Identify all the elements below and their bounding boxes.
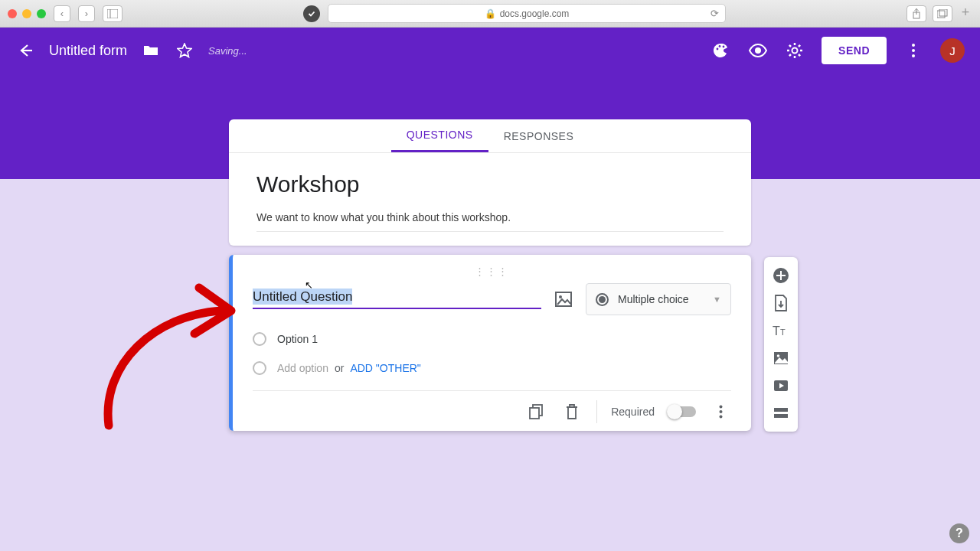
form-title[interactable]: Workshop xyxy=(256,171,724,197)
reader-view-icon[interactable] xyxy=(303,5,320,22)
doc-title[interactable]: Untitled form xyxy=(49,43,127,59)
tabs-icon xyxy=(937,9,948,18)
chevron-down-icon: ▼ xyxy=(713,295,721,304)
svg-rect-0 xyxy=(107,9,118,18)
svg-point-36 xyxy=(777,354,780,357)
more-menu-button[interactable] xyxy=(903,41,923,60)
gear-icon xyxy=(786,42,803,59)
customize-theme-button[interactable] xyxy=(711,41,731,60)
section-icon xyxy=(773,407,789,419)
add-other-button[interactable]: ADD "OTHER" xyxy=(350,362,420,374)
send-button[interactable]: SEND xyxy=(822,37,887,64)
window-controls xyxy=(8,9,46,18)
saving-indicator: Saving... xyxy=(208,45,247,57)
more-vert-icon xyxy=(911,43,916,58)
reload-icon[interactable]: ⟳ xyxy=(710,8,719,19)
svg-point-29 xyxy=(719,416,722,419)
svg-rect-39 xyxy=(774,414,788,418)
question-type-dropdown[interactable]: Multiple choice ▼ xyxy=(586,283,731,315)
plus-circle-icon xyxy=(773,267,789,284)
question-more-button[interactable] xyxy=(710,401,731,422)
svg-point-11 xyxy=(792,48,798,54)
form-tabs: QUESTIONS RESPONSES xyxy=(229,119,751,153)
add-video-button[interactable] xyxy=(764,372,798,399)
new-tab-button[interactable]: + xyxy=(959,7,972,21)
svg-text:T: T xyxy=(780,328,786,337)
share-button[interactable] xyxy=(906,5,926,22)
preview-button[interactable] xyxy=(748,41,768,60)
close-window-icon[interactable] xyxy=(8,9,17,18)
add-section-button[interactable] xyxy=(764,399,798,427)
help-button[interactable]: ? xyxy=(949,523,969,543)
svg-line-18 xyxy=(789,54,791,56)
eye-icon xyxy=(749,44,767,57)
form-header-card: QUESTIONS RESPONSES Workshop We want to … xyxy=(229,119,751,246)
option-row[interactable]: Option 1 xyxy=(253,332,731,346)
add-title-button[interactable]: TT xyxy=(764,317,798,344)
option-label[interactable]: Option 1 xyxy=(277,333,318,345)
delete-button[interactable] xyxy=(561,401,583,422)
tab-questions[interactable]: QUESTIONS xyxy=(391,119,488,152)
star-button[interactable] xyxy=(175,41,194,60)
radio-icon xyxy=(596,293,609,306)
arrow-left-icon xyxy=(17,42,34,59)
floating-toolbar: TT xyxy=(764,257,798,432)
tabs-button[interactable] xyxy=(933,5,952,22)
more-vert-icon xyxy=(719,405,723,419)
trash-icon xyxy=(565,404,579,419)
image-icon xyxy=(773,351,789,365)
svg-point-8 xyxy=(719,45,721,47)
add-image-button[interactable] xyxy=(554,289,573,309)
svg-line-16 xyxy=(789,45,791,47)
form-description[interactable]: We want to know what you think about thi… xyxy=(256,211,724,232)
lock-icon: 🔒 xyxy=(485,8,496,19)
duplicate-button[interactable] xyxy=(526,401,547,422)
add-option-button[interactable]: Add option xyxy=(277,362,328,374)
required-toggle[interactable] xyxy=(668,406,696,417)
svg-point-9 xyxy=(723,46,725,48)
move-to-folder-button[interactable] xyxy=(141,41,161,60)
drag-handle-icon[interactable]: ⋮⋮⋮ xyxy=(253,266,731,277)
text-icon: TT xyxy=(773,324,789,337)
palette-icon xyxy=(713,42,730,59)
radio-empty-icon xyxy=(253,332,266,346)
folder-icon xyxy=(143,44,158,57)
svg-point-22 xyxy=(912,54,915,57)
svg-line-19 xyxy=(799,45,800,47)
image-icon xyxy=(555,291,572,308)
svg-point-20 xyxy=(912,44,915,47)
app-bar: Untitled form Saving... SEND J xyxy=(0,28,980,73)
back-button[interactable] xyxy=(15,41,35,60)
question-title-input[interactable]: Untitled Question ↖ xyxy=(253,289,541,309)
url-host: docs.google.com xyxy=(500,8,570,19)
add-image-button-toolbar[interactable] xyxy=(764,344,798,372)
star-icon xyxy=(177,43,192,58)
svg-point-21 xyxy=(912,49,915,52)
question-card: ⋮⋮⋮ Untitled Question ↖ Multiple choice … xyxy=(229,255,751,431)
browser-sidebar-button[interactable] xyxy=(103,5,122,22)
svg-rect-26 xyxy=(530,408,539,419)
question-title-text: Untitled Question xyxy=(253,289,352,305)
address-bar[interactable]: 🔒 docs.google.com ⟳ xyxy=(328,4,726,23)
minimize-window-icon[interactable] xyxy=(22,9,31,18)
required-label: Required xyxy=(611,406,655,418)
import-file-icon xyxy=(773,295,789,311)
browser-chrome: ‹ › 🔒 docs.google.com ⟳ + xyxy=(0,0,980,28)
help-icon: ? xyxy=(956,527,963,540)
svg-rect-5 xyxy=(939,9,947,16)
svg-rect-38 xyxy=(774,408,788,412)
add-question-button[interactable] xyxy=(764,262,798,289)
share-icon xyxy=(912,8,921,19)
maximize-window-icon[interactable] xyxy=(37,9,46,18)
import-questions-button[interactable] xyxy=(764,289,798,317)
svg-point-28 xyxy=(719,410,722,413)
settings-button[interactable] xyxy=(785,41,805,60)
tab-responses[interactable]: RESPONSES xyxy=(488,119,590,152)
or-text: or xyxy=(335,362,344,374)
question-type-label: Multiple choice xyxy=(618,293,704,305)
video-icon xyxy=(773,380,789,392)
browser-forward-button[interactable]: › xyxy=(78,5,95,22)
account-avatar[interactable]: J xyxy=(940,38,965,63)
browser-back-button[interactable]: ‹ xyxy=(54,5,70,22)
copy-icon xyxy=(529,404,544,419)
